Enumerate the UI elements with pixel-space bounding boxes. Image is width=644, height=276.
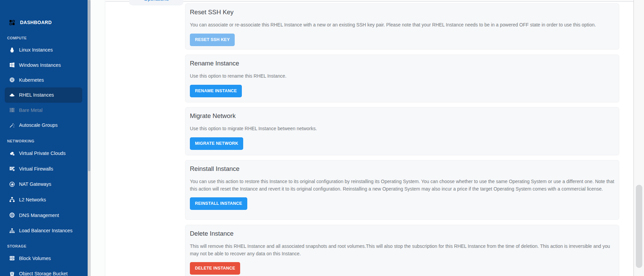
card-title: Delete Instance <box>190 229 614 238</box>
sidebar-item-label: Load Balancer Instances <box>19 228 72 233</box>
sidebar-item-label: L2 Networks <box>19 197 46 202</box>
sidebar-item-label: NAT Gateways <box>19 181 51 187</box>
card-description: Use this option to rename this RHEL Inst… <box>190 73 614 80</box>
cloud-lock-icon <box>9 151 15 156</box>
sidebar-item-linux-instances[interactable]: Linux Instances <box>0 42 88 57</box>
load-balancer-tree-icon <box>9 228 15 234</box>
sidebar-section-networking: NETWORKING <box>0 138 88 144</box>
sidebar-item-object-storage-bucket[interactable]: Object Storage Bucket <box>0 266 88 276</box>
windows-icon <box>9 62 15 68</box>
card-migrate-network: Migrate Network Use this option to migra… <box>185 107 619 155</box>
sidebar-item-kubernetes[interactable]: Kubernetes <box>0 73 88 87</box>
card-delete-instance: Delete Instance This will remove this RH… <box>185 225 619 276</box>
sidebar-item-label: Kubernetes <box>19 77 44 83</box>
card-title: Migrate Network <box>190 112 614 120</box>
sidebar-item-virtual-private-clouds[interactable]: Virtual Private Clouds <box>0 145 88 161</box>
tabbar-divider <box>106 1 633 1</box>
reset-ssh-key-button[interactable]: RESET SSH KEY <box>190 34 235 46</box>
card-rename-instance: Rename Instance Use this option to renam… <box>185 55 619 102</box>
sidebar-item-rhel-instances[interactable]: RHEL Instances <box>5 87 82 102</box>
sidebar-item-label: Bare Metal <box>19 107 42 113</box>
sidebar-item-l2-networks[interactable]: L2 Networks <box>0 192 88 208</box>
sidebar-item-label: Virtual Private Clouds <box>19 151 66 156</box>
l2-topology-icon <box>9 197 15 202</box>
nat-arrows-circle-icon <box>9 181 15 187</box>
app-root: DASHBOARD COMPUTE Linux Instances Window… <box>0 0 644 276</box>
server-rack-icon <box>9 107 15 113</box>
sidebar-item-virtual-firewalls[interactable]: Virtual Firewalls <box>0 161 88 177</box>
sidebar-item-block-volumes[interactable]: Block Volumes <box>0 251 88 266</box>
left-gutter <box>91 0 105 276</box>
sidebar-item-label: Autoscale Groups <box>19 122 58 128</box>
magic-wand-icon <box>9 122 15 128</box>
card-description: Use this option to migrate RHEL Instance… <box>190 125 614 133</box>
sidebar: DASHBOARD COMPUTE Linux Instances Window… <box>0 0 88 276</box>
dashboard-grid-icon <box>9 20 15 25</box>
rename-instance-button[interactable]: RENAME INSTANCE <box>190 85 242 97</box>
tab-operations-label: Operations <box>129 0 183 2</box>
card-description: You can associate or re-associate this R… <box>190 21 614 29</box>
globe-icon <box>9 212 15 218</box>
page-scrollbar-thumb[interactable] <box>636 185 642 268</box>
card-title: Rename Instance <box>190 59 614 68</box>
sidebar-section-compute: COMPUTE <box>0 35 88 41</box>
sidebar-item-label: DASHBOARD <box>20 20 52 25</box>
page-scrollbar[interactable] <box>633 0 644 276</box>
sidebar-item-load-balancer-instances[interactable]: Load Balancer Instances <box>0 223 88 238</box>
card-reinstall-instance: Reinstall Instance You can use this acti… <box>185 160 619 220</box>
sidebar-item-label: Windows Instances <box>19 62 61 68</box>
sidebar-item-bare-metal[interactable]: Bare Metal <box>0 103 88 118</box>
card-title: Reset SSH Key <box>190 8 614 17</box>
reinstall-instance-button[interactable]: REINSTALL INSTANCE <box>190 197 247 210</box>
sidebar-item-label: Linux Instances <box>19 47 53 53</box>
sidebar-item-label: DNS Management <box>19 213 59 218</box>
redhat-fedora-icon <box>9 92 15 98</box>
sidebar-section-storage: STORAGE <box>0 243 88 249</box>
storage-bucket-icon <box>9 271 15 276</box>
sidebar-item-autoscale-groups[interactable]: Autoscale Groups <box>0 118 88 133</box>
migrate-network-button[interactable]: MIGRATE NETWORK <box>190 137 243 150</box>
sidebar-item-windows-instances[interactable]: Windows Instances <box>0 57 88 72</box>
block-volume-icon <box>9 255 15 261</box>
sidebar-scrollbar[interactable] <box>88 0 91 276</box>
sidebar-item-label: Virtual Firewalls <box>19 166 53 172</box>
linux-penguin-icon <box>9 47 15 53</box>
sidebar-item-dashboard[interactable]: DASHBOARD <box>0 16 88 28</box>
card-description: This will remove this RHEL Instance and … <box>190 243 614 257</box>
card-title: Reinstall Instance <box>190 164 614 173</box>
sidebar-item-label: Object Storage Bucket <box>19 271 68 276</box>
card-description: You can use this action to restore this … <box>190 178 614 193</box>
sidebar-item-dns-management[interactable]: DNS Management <box>0 208 88 223</box>
delete-instance-button[interactable]: DELETE INSTANCE <box>190 262 240 275</box>
firewall-brick-icon <box>9 166 15 172</box>
sidebar-item-label: RHEL Instances <box>19 92 54 98</box>
kubernetes-wheel-icon <box>9 77 15 83</box>
sidebar-item-nat-gateways[interactable]: NAT Gateways <box>0 177 88 192</box>
sidebar-item-label: Block Volumes <box>19 256 51 261</box>
card-reset-ssh-key: Reset SSH Key You can associate or re-as… <box>185 3 619 50</box>
sidebar-scrollbar-thumb[interactable] <box>88 0 90 171</box>
tab-operations[interactable]: Operations <box>129 0 183 5</box>
